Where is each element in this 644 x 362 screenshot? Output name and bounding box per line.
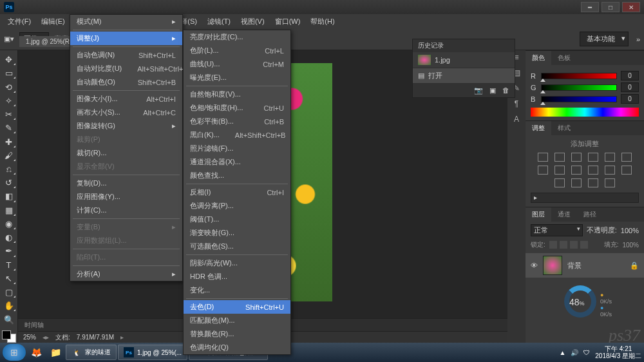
menu-help[interactable]: 帮助(H) [305, 15, 339, 28]
eraser-tool[interactable]: ◧ [2, 190, 16, 202]
menu-item[interactable]: 色相/饱和度(H)...Ctrl+U [184, 101, 290, 115]
b-value[interactable]: 0 [621, 94, 639, 104]
adj-icon[interactable] [571, 153, 582, 162]
wand-tool[interactable]: ✧ [2, 95, 16, 107]
tray-icon[interactable]: 🔊 [571, 349, 578, 356]
dodge-tool[interactable]: ◐ [2, 231, 16, 243]
menu-item[interactable]: 反相(I)Ctrl+I [184, 186, 290, 199]
g-slider[interactable] [541, 84, 617, 91]
quicklaunch-icon[interactable]: 🦊 [27, 345, 45, 360]
task-item[interactable]: Ps1.jpg @ 25%(... [118, 345, 187, 360]
eyedropper-tool[interactable]: ✎ [2, 122, 16, 134]
stamp-tool[interactable]: ⎌ [2, 163, 16, 175]
menu-item[interactable]: 色调均化(Q) [184, 341, 290, 354]
g-value[interactable]: 0 [621, 82, 639, 92]
menu-edit[interactable]: 编辑(E) [36, 15, 70, 28]
trash-icon[interactable]: 🗑 [502, 86, 509, 95]
menu-item[interactable]: 曝光度(E)... [184, 71, 290, 84]
move-tool[interactable]: ✥ [2, 53, 16, 66]
menu-item[interactable]: 裁切(R)... [70, 146, 182, 160]
lock-icon[interactable] [580, 241, 588, 249]
tab-paths[interactable]: 路径 [577, 207, 603, 222]
menu-item[interactable]: 替换颜色(R)... [184, 327, 290, 341]
menu-item[interactable]: 曲线(U)...Ctrl+M [184, 57, 290, 71]
menu-file[interactable]: 文件(F) [3, 15, 36, 28]
heal-tool[interactable]: ✚ [2, 135, 16, 148]
adj-icon[interactable] [605, 153, 615, 162]
tray-icon[interactable]: 🛡 [583, 349, 590, 356]
visibility-icon[interactable]: 👁 [531, 262, 538, 269]
crop-tool[interactable]: ✂ [2, 108, 16, 120]
type-tool[interactable]: T [2, 259, 16, 271]
menu-item[interactable]: 可选颜色(S)... [184, 240, 290, 253]
zoom-value[interactable]: 25% [23, 334, 36, 341]
adj-icon[interactable] [538, 166, 548, 175]
r-value[interactable]: 0 [621, 71, 639, 81]
pen-tool[interactable]: ✒ [2, 245, 16, 257]
menu-item[interactable]: HDR 色调... [184, 270, 290, 283]
menu-item[interactable]: 自然饱和度(V)... [184, 88, 290, 101]
menu-item[interactable]: 复制(D)... [70, 176, 182, 190]
menu-item[interactable]: 渐变映射(G)... [184, 226, 290, 240]
history-snapshot-icon[interactable]: 📷 [474, 86, 483, 95]
blur-tool[interactable]: ◉ [2, 218, 16, 230]
history-step[interactable]: ▤ 打开 [413, 68, 515, 84]
quicklaunch-icon[interactable]: 📁 [46, 345, 64, 360]
history-source[interactable]: 1.jpg [413, 52, 515, 68]
adj-icon[interactable] [538, 153, 548, 162]
gradient-tool[interactable]: ▦ [2, 204, 16, 216]
tab-swatches[interactable]: 色板 [551, 51, 577, 65]
lock-icon[interactable] [570, 241, 578, 249]
workspace-switcher[interactable]: 基本功能 [580, 32, 629, 46]
menu-item[interactable]: 自动对比度(U)Alt+Shift+Ctrl+L [70, 62, 182, 75]
adj-icon[interactable] [588, 178, 598, 187]
panel-icon[interactable]: ¶ [515, 99, 518, 108]
menu-item[interactable]: 色调分离(P)... [184, 199, 290, 213]
zoom-tool[interactable]: 🔍 [2, 313, 16, 325]
adj-icon[interactable] [554, 153, 565, 162]
menu-view[interactable]: 视图(V) [236, 15, 270, 28]
menu-item[interactable]: 阈值(T)... [184, 213, 290, 226]
history-new-icon[interactable]: ▣ [489, 86, 496, 95]
panel-icon[interactable]: A [514, 115, 519, 124]
search-icon[interactable]: » [636, 35, 640, 43]
tray-icon[interactable]: ▲ [559, 349, 565, 356]
menu-filter[interactable]: 滤镜(T) [202, 15, 236, 28]
layer-name[interactable]: 背景 [567, 261, 582, 271]
spectrum-bar[interactable] [531, 108, 639, 117]
menu-item[interactable]: 通道混合器(X)... [184, 155, 290, 169]
menu-window[interactable]: 窗口(W) [270, 15, 306, 28]
color-swatch[interactable] [2, 330, 16, 343]
zoom-arrow-icon[interactable]: ◂▸ [43, 334, 49, 341]
b-slider[interactable] [541, 96, 617, 102]
menu-item[interactable]: 颜色查找... [184, 169, 290, 182]
clock[interactable]: 下午 4:21 2018/4/3 星期二 [595, 345, 641, 359]
adj-icon[interactable] [621, 153, 632, 162]
menu-item[interactable]: 变化... [184, 283, 290, 297]
menu-item[interactable]: 黑白(K)...Alt+Shift+Ctrl+B [184, 128, 290, 142]
tab-styles[interactable]: 样式 [551, 121, 577, 135]
menu-item[interactable]: 色阶(L)...Ctrl+L [184, 44, 290, 57]
adj-icon[interactable] [588, 166, 598, 175]
adj-icon[interactable] [621, 166, 632, 175]
menu-item[interactable]: 图像大小(I)...Alt+Ctrl+I [70, 92, 182, 106]
menu-item[interactable]: 应用图像(Y)... [70, 190, 182, 204]
marquee-tool[interactable]: ▭ [2, 67, 16, 79]
adj-icon[interactable] [605, 166, 615, 175]
history-brush-tool[interactable]: ↺ [2, 176, 16, 189]
menu-item[interactable]: 亮度/对比度(C)... [184, 30, 290, 44]
menu-item[interactable]: 自动颜色(O)Shift+Ctrl+B [70, 75, 182, 89]
fill-value[interactable]: 100% [622, 242, 639, 249]
start-button[interactable]: ⊞ [3, 344, 26, 361]
menu-item[interactable]: 去色(D)Shift+Ctrl+U [184, 300, 290, 314]
adj-icon[interactable] [588, 153, 598, 162]
menu-item[interactable]: 模式(M)▸ [70, 15, 182, 28]
preset-expander[interactable] [531, 193, 639, 203]
minimize-button[interactable]: ━ [581, 2, 599, 12]
layer-thumbnail[interactable] [543, 256, 562, 275]
adj-icon[interactable] [571, 178, 582, 187]
menu-item[interactable]: 画布大小(S)...Alt+Ctrl+C [70, 106, 182, 119]
menu-item[interactable]: 匹配颜色(M)... [184, 314, 290, 327]
tab-adjustments[interactable]: 调整 [526, 121, 551, 135]
adj-icon[interactable] [554, 178, 565, 187]
